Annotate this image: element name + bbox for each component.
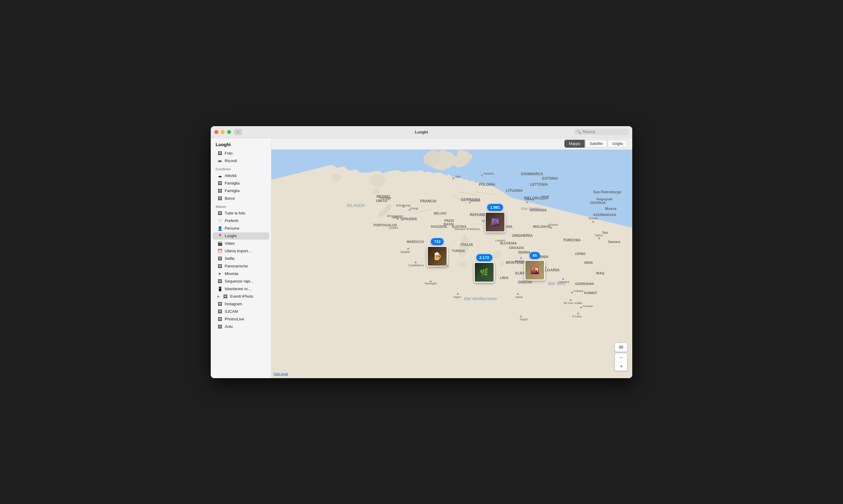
svg-text:Marsiglia: Marsiglia — [425, 282, 437, 285]
svg-text:CROAZIA: CROAZIA — [509, 246, 524, 249]
svg-text:Tabriz: Tabriz — [595, 234, 603, 237]
svg-text:Helsinki: Helsinki — [483, 172, 494, 175]
legal-note[interactable]: Note legali — [274, 373, 288, 376]
svg-text:POLONIA: POLONIA — [479, 182, 495, 187]
search-bar[interactable]: 🔍 — [574, 129, 629, 135]
svg-text:LIBIA: LIBIA — [500, 276, 509, 280]
sidebar-item-preferiti[interactable]: ♡ Preferiti — [212, 217, 269, 224]
sidebar-item-sjcam[interactable]: 🖼 SJCAM — [212, 308, 269, 315]
svg-text:Istanbul: Istanbul — [559, 280, 569, 284]
svg-text:SIRIA: SIRIA — [584, 261, 593, 265]
search-input[interactable] — [583, 130, 626, 134]
barce-icon: 🖼 — [218, 196, 222, 201]
svg-text:Samara: Samara — [608, 239, 620, 243]
sidebar-item-panoramiche[interactable]: 🖼 Panoramiche — [212, 263, 269, 270]
svg-text:UCRAINA: UCRAINA — [530, 208, 547, 212]
svg-text:Tripoli: Tripoli — [520, 318, 528, 321]
sidebar-item-foto[interactable]: 🖼 Foto — [212, 150, 269, 157]
svg-text:Madrid: Madrid — [401, 250, 410, 253]
expand-icon: ▶ — [218, 295, 220, 298]
3d-button[interactable]: 3D — [615, 343, 627, 352]
sidebar-item-eventi-iphoto[interactable]: ▶ 🖼 Eventi iPhoto — [212, 293, 269, 300]
svg-text:BELGIO: BELGIO — [434, 211, 446, 215]
cluster-65[interactable]: 65 🌇 — [524, 252, 545, 281]
cluster-2172[interactable]: 2.172 🌿 — [474, 254, 495, 283]
sidebar-item-famiglia1[interactable]: 🖼 Famiglia — [212, 180, 269, 187]
mappa-button[interactable]: Mappa — [564, 140, 585, 148]
sidebar-item-label: Foto — [225, 151, 264, 156]
svg-text:Birmingham: Birmingham — [387, 214, 403, 217]
svg-text:Parigi: Parigi — [411, 206, 418, 210]
sequenze-icon: 🖼 — [218, 279, 222, 284]
istantanee-icon: 📱 — [218, 287, 222, 291]
svg-text:SPAGNA: SPAGNA — [401, 217, 417, 221]
video-icon: 🎬 — [218, 241, 222, 246]
cluster-photo-732: 🍺 — [427, 246, 448, 267]
map-container[interactable]: IRLANDA Mar Baltico Mar Nero Mar Mediter… — [271, 150, 632, 378]
svg-text:PAESI: PAESI — [444, 219, 454, 222]
section-condivisi: Condivisi — [211, 165, 271, 172]
sidebar-item-barce[interactable]: 🖼 Barce — [212, 195, 269, 202]
svg-text:San Pietroburgo: San Pietroburgo — [593, 190, 621, 194]
svg-point-60 — [481, 174, 483, 176]
sidebar-item-photoslive[interactable]: 🖼 PhotosLive — [212, 316, 269, 323]
cluster-1981[interactable]: 1.981 🌆 — [485, 204, 505, 232]
svg-text:Glasgow: Glasgow — [380, 196, 392, 199]
sidebar-item-instagram[interactable]: 🖼 Instagram — [212, 301, 269, 308]
back-button[interactable]: ‹ — [234, 129, 242, 135]
close-button[interactable] — [214, 130, 218, 134]
satellite-button[interactable]: Satellite — [585, 140, 607, 148]
search-icon: 🔍 — [577, 130, 581, 134]
svg-text:ITALIA: ITALIA — [461, 242, 473, 247]
sidebar-item-anto[interactable]: 🖼 Anto — [212, 323, 269, 330]
svg-point-74 — [394, 224, 395, 226]
svg-text:Monaco di Baviera: Monaco di Baviera — [455, 227, 480, 231]
zoom-plus-button[interactable]: + — [615, 362, 627, 371]
svg-text:Mosca: Mosca — [605, 206, 617, 211]
famiglia1-icon: 🖼 — [218, 181, 222, 186]
sidebar-item-famiglia2[interactable]: 🖼 Famiglia — [212, 187, 269, 195]
sidebar-item-tutte-le-foto[interactable]: 🖼 Tutte le foto — [212, 210, 269, 217]
sidebar-item-sequenze[interactable]: 🖼 Sequenze rapi... — [212, 278, 269, 285]
svg-text:BASSI: BASSI — [444, 222, 453, 226]
zoom-minus-button[interactable]: − — [615, 353, 627, 362]
svg-text:Charkiv: Charkiv — [548, 223, 558, 226]
moviola-icon: ✴ — [218, 271, 222, 276]
maximize-button[interactable] — [227, 130, 231, 134]
sidebar-item-istantanee[interactable]: 📱 Istantanee sc... — [212, 285, 269, 292]
griglia-button[interactable]: Griglia — [608, 140, 627, 148]
svg-point-92 — [517, 293, 519, 295]
svg-text:Tel Aviv-Giaffa: Tel Aviv-Giaffa — [563, 301, 583, 304]
sidebar-item-selfie[interactable]: 🖼 Selfie — [212, 255, 269, 262]
svg-point-88 — [562, 278, 564, 280]
cluster-photo-2172: 🌿 — [474, 262, 495, 283]
svg-text:Minsk: Minsk — [541, 194, 549, 198]
zoom-controls: − + — [615, 353, 627, 371]
minimize-button[interactable] — [221, 130, 225, 134]
sidebar: Luoghi 🖼 Foto ⏮ Ricordi Condivisi ☁ Atti… — [211, 138, 271, 378]
cluster-count: 732 — [431, 238, 444, 245]
sidebar-item-ricordi[interactable]: ⏮ Ricordi — [212, 157, 269, 165]
panoramiche-icon: 🖼 — [218, 264, 222, 269]
traffic-lights — [214, 130, 231, 134]
cluster-732[interactable]: 732 🍺 — [427, 238, 448, 267]
svg-point-98 — [580, 306, 582, 308]
cluster-count: 65 — [530, 252, 540, 259]
sidebar-item-moviola[interactable]: ✴ Moviola — [212, 270, 269, 277]
svg-text:DANIMARCA: DANIMARCA — [521, 172, 543, 176]
sidebar-header: Luoghi — [211, 141, 271, 149]
persone-icon: 👤 — [218, 226, 222, 231]
sidebar-item-ultima-import[interactable]: ⏰ Ultima import... — [212, 248, 269, 255]
svg-point-80 — [407, 248, 409, 250]
sidebar-item-attivita[interactable]: ☁ Attività — [212, 172, 269, 179]
svg-text:Il Cairo: Il Cairo — [572, 314, 582, 318]
sidebar-item-persone[interactable]: 👤 Persone — [212, 225, 269, 232]
ultima-import-icon: ⏰ — [218, 249, 222, 253]
attivita-icon: ☁ — [218, 173, 222, 178]
svg-point-114 — [598, 237, 600, 239]
svg-text:Casablanca: Casablanca — [408, 264, 424, 267]
sidebar-item-video[interactable]: 🎬 Video — [212, 240, 269, 247]
svg-text:Amman: Amman — [583, 304, 593, 307]
sidebar-item-luoghi[interactable]: 📍 Luoghi — [212, 232, 269, 239]
preferiti-icon: ♡ — [218, 218, 222, 223]
